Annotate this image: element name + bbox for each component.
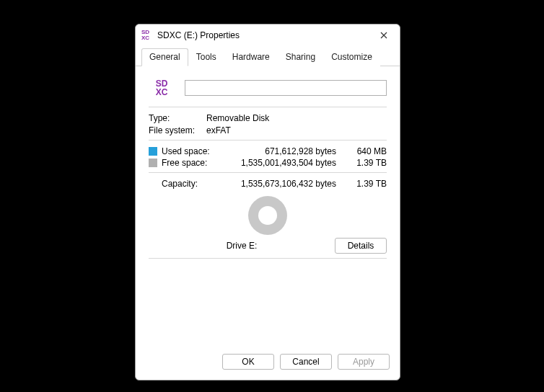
divider	[149, 140, 387, 141]
tabstrip: General Tools Hardware Sharing Customize	[136, 48, 400, 66]
tab-customize[interactable]: Customize	[323, 48, 380, 66]
disk-icon: SDXC	[149, 75, 175, 101]
divider	[149, 107, 387, 107]
close-button[interactable]	[371, 26, 397, 45]
icon-row: SDXC	[149, 75, 387, 101]
tab-general[interactable]: General	[141, 48, 188, 66]
window-title: SDXC (E:) Properties	[157, 30, 371, 40]
sdxc-icon: SDXC	[141, 30, 153, 41]
dialog-footer: OK Cancel Apply	[136, 347, 400, 380]
usage-pie-wrap	[149, 196, 387, 235]
type-row: Type: Removable Disk	[149, 113, 387, 123]
type-value: Removable Disk	[206, 113, 387, 123]
titlebar: SDXC SDXC (E:) Properties	[136, 24, 400, 46]
divider	[149, 172, 387, 173]
volume-label-input[interactable]	[185, 80, 387, 96]
tab-sharing[interactable]: Sharing	[278, 48, 323, 66]
details-button[interactable]: Details	[335, 238, 387, 254]
used-space-row: Used space: 671,612,928 bytes 640 MB	[149, 146, 387, 156]
used-swatch-icon	[149, 147, 157, 156]
usage-pie-icon	[248, 196, 287, 235]
free-hr: 1.39 TB	[349, 158, 387, 168]
filesystem-row: File system: exFAT	[149, 125, 387, 135]
filesystem-key: File system:	[149, 125, 206, 135]
close-icon	[380, 32, 387, 39]
free-label: Free space:	[162, 158, 225, 168]
tab-tools[interactable]: Tools	[188, 48, 224, 66]
tab-hardware[interactable]: Hardware	[224, 48, 278, 66]
drive-label: Drive E:	[149, 241, 335, 251]
general-pane: SDXC Type: Removable Disk File system: e…	[136, 66, 400, 347]
capacity-hr: 1.39 TB	[349, 179, 387, 189]
properties-dialog: SDXC SDXC (E:) Properties General Tools …	[135, 24, 400, 380]
free-swatch-icon	[149, 159, 157, 167]
pie-hole	[258, 206, 277, 225]
capacity-row: Capacity: 1,535,673,106,432 bytes 1.39 T…	[149, 179, 387, 189]
used-hr: 640 MB	[349, 146, 387, 156]
used-label: Used space:	[162, 146, 225, 156]
used-bytes: 671,612,928 bytes	[225, 146, 349, 156]
type-key: Type:	[149, 113, 206, 123]
free-space-row: Free space: 1,535,001,493,504 bytes 1.39…	[149, 158, 387, 168]
capacity-bytes: 1,535,673,106,432 bytes	[225, 179, 349, 189]
divider	[149, 258, 387, 259]
drive-row: Drive E: Details	[149, 238, 387, 254]
capacity-label: Capacity:	[149, 179, 225, 189]
cancel-button[interactable]: Cancel	[280, 354, 332, 370]
apply-button[interactable]: Apply	[338, 354, 390, 370]
filesystem-value: exFAT	[206, 125, 387, 135]
free-bytes: 1,535,001,493,504 bytes	[225, 158, 349, 168]
ok-button[interactable]: OK	[222, 354, 274, 370]
